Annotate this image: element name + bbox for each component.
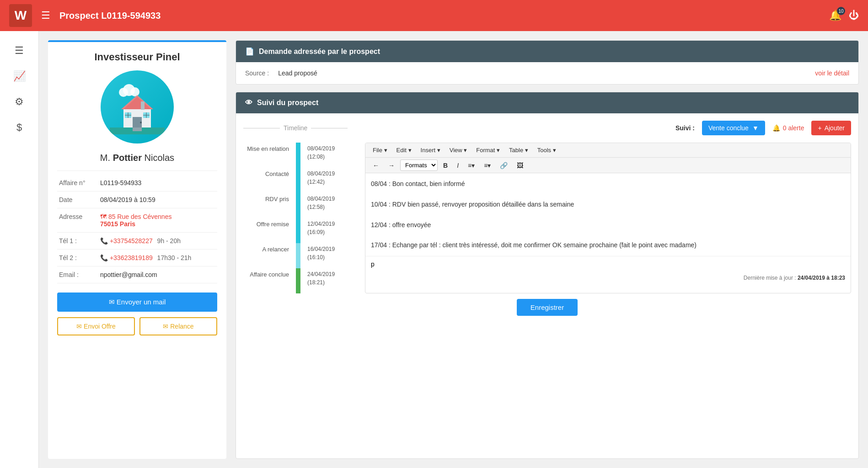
- formats-select[interactable]: Formats: [400, 160, 438, 171]
- email-value: npottier@gmail.com: [98, 266, 217, 283]
- suivi-field-label: Suivi :: [675, 124, 695, 132]
- tl-bar-1: [295, 168, 302, 193]
- sidebar-icon-settings[interactable]: ⚙: [15, 96, 24, 108]
- adresse-label: Adresse: [57, 208, 98, 233]
- tl-row-3: Offre remise 12/04/2019(16:09): [243, 218, 358, 243]
- notification-count: 10: [837, 7, 845, 15]
- tel1-hours: 9h - 20h: [157, 237, 181, 245]
- tl-row-2: RDV pris 08/04/2019(12:58): [243, 193, 358, 218]
- menu-format[interactable]: Format ▾: [472, 145, 504, 155]
- tl-step-1: Contacté: [243, 168, 289, 193]
- bold-button[interactable]: B: [439, 160, 451, 171]
- card-title: Investisseur Pinel: [94, 51, 180, 63]
- menu-insert[interactable]: Insert ▾: [417, 145, 444, 155]
- demande-box: 📄 Demande adressée par le prospect Sourc…: [236, 40, 859, 85]
- timeline-label-group: Timeline: [243, 124, 348, 132]
- tl-step-5: Affaire conclue: [243, 268, 289, 293]
- email-label: Email :: [57, 266, 98, 283]
- suivi-dropdown[interactable]: Vente conclue ▼: [702, 121, 765, 135]
- logo: W: [9, 4, 32, 27]
- sidebar-icon-finance[interactable]: $: [16, 122, 22, 133]
- undo-button[interactable]: ←: [369, 160, 383, 171]
- editor-input[interactable]: [371, 261, 845, 268]
- last-update-label: Dernière mise à jour :: [744, 275, 796, 281]
- info-table: Affaire n° L0119-594933 Date 08/04/2019 …: [57, 175, 217, 283]
- sidebar-icon-list[interactable]: ☰: [15, 45, 24, 57]
- alerte-button[interactable]: 🔔 0 alerte: [772, 124, 804, 132]
- envoi-offre-button[interactable]: ✉ Envoi Offre: [57, 317, 135, 335]
- tl-date-4: 16/04/2019(16:10): [307, 243, 335, 268]
- menu-tools[interactable]: Tools ▾: [534, 145, 560, 155]
- suivi-box: 👁 Suivi du prospect Timeline Suivi :: [236, 92, 859, 459]
- redo-button[interactable]: →: [385, 160, 398, 171]
- source-value: Lead proposé: [278, 69, 806, 77]
- right-panel: 📄 Demande adressée par le prospect Sourc…: [236, 40, 859, 459]
- tl-row-1: Contacté 08/04/2019(12:42): [243, 168, 358, 193]
- house-svg: [110, 80, 165, 134]
- suivi-title: Suivi du prospect: [257, 99, 318, 107]
- tl-bar-3: [295, 218, 302, 243]
- content-area: Investisseur Pinel: [39, 31, 868, 468]
- voir-detail-link[interactable]: voir le détail: [815, 69, 849, 77]
- editor-content[interactable]: 08/04 : Bon contact, bien informé 10/04 …: [365, 173, 851, 256]
- menu-icon[interactable]: ☰: [41, 10, 50, 21]
- person-civility: M.: [100, 153, 113, 163]
- tl-row-4: A relancer 16/04/2019(16:10): [243, 243, 358, 268]
- ordered-list-button[interactable]: ≡▾: [480, 160, 494, 171]
- notifications-bell[interactable]: 🔔 10: [829, 10, 841, 21]
- tl-bar-0: [295, 143, 302, 168]
- source-label: Source :: [245, 69, 269, 77]
- timeline-label-text: Timeline: [284, 124, 307, 132]
- adresse-row: Adresse 🗺 85 Rue des Cévennes 75015 Pari…: [57, 208, 217, 233]
- send-mail-button[interactable]: ✉ Envoyer un mail: [57, 292, 217, 312]
- adresse-link[interactable]: 85 Rue des Cévennes 75015 Paris: [100, 213, 171, 228]
- sidebar-icon-chart[interactable]: 📈: [13, 70, 26, 82]
- italic-button[interactable]: I: [453, 160, 462, 171]
- person-name: M. Pottier Nicolas: [100, 153, 174, 163]
- tel1-label: Tél 1 :: [57, 233, 98, 250]
- date-row: Date 08/04/2019 à 10:59: [57, 191, 217, 208]
- tl-date-3: 12/04/2019(16:09): [307, 218, 335, 243]
- timeline-line-right: [311, 128, 348, 128]
- tl-row-5: Affaire conclue 24/04/2019(18:21): [243, 268, 358, 293]
- unordered-list-button[interactable]: ≡▾: [464, 160, 478, 171]
- affaire-value: L0119-594933: [98, 175, 217, 191]
- tl-step-3: Offre remise: [243, 218, 289, 243]
- relance-button[interactable]: ✉ Relance: [139, 317, 217, 335]
- adresse-value[interactable]: 🗺 85 Rue des Cévennes 75015 Paris: [98, 208, 217, 233]
- tel2-hours: 17h30 - 21h: [157, 254, 192, 261]
- editor-input-row: [365, 256, 851, 272]
- tel1-row: Tél 1 : 📞 +33754528227 9h - 20h: [57, 233, 217, 250]
- suivi-header: 👁 Suivi du prospect: [236, 92, 858, 113]
- svg-point-2: [130, 87, 139, 96]
- menu-edit[interactable]: Edit ▾: [393, 145, 415, 155]
- affaire-row: Affaire n° L0119-594933: [57, 175, 217, 191]
- tl-bar-4: [295, 243, 302, 268]
- tl-date-0: 08/04/2019(12:08): [307, 143, 335, 168]
- editor-column: File ▾ Edit ▾ Insert ▾ View ▾ Format ▾ T…: [365, 143, 851, 293]
- svg-marker-4: [121, 96, 153, 109]
- enregistrer-row: Enregistrer: [243, 299, 851, 316]
- prospect-card: Investisseur Pinel: [48, 40, 226, 459]
- date-label: Date: [57, 191, 98, 208]
- link-button[interactable]: 🔗: [496, 160, 511, 171]
- editor-menubar: File ▾ Edit ▾ Insert ▾ View ▾ Format ▾ T…: [365, 143, 851, 158]
- tel1-value: 📞 +33754528227 9h - 20h: [98, 233, 217, 250]
- timeline-line-left: [243, 128, 280, 128]
- logo-text: W: [15, 8, 27, 23]
- image-button[interactable]: 🖼: [513, 160, 527, 171]
- tel1-phone[interactable]: 📞 +33754528227: [100, 237, 153, 245]
- tel2-phone[interactable]: 📞 +33623819189: [100, 254, 153, 261]
- ajouter-button[interactable]: + Ajouter: [811, 121, 851, 135]
- svg-rect-16: [133, 128, 142, 131]
- email-row: Email : npottier@gmail.com: [57, 266, 217, 283]
- menu-table[interactable]: Table ▾: [505, 145, 532, 155]
- enregistrer-button[interactable]: Enregistrer: [517, 299, 578, 316]
- power-icon[interactable]: ⏻: [849, 10, 859, 21]
- document-icon: 📄: [245, 47, 254, 56]
- menu-view[interactable]: View ▾: [446, 145, 471, 155]
- demande-title: Demande adressée par le prospect: [259, 48, 380, 56]
- tl-step-2: RDV pris: [243, 193, 289, 218]
- tel2-label: Tél 2 :: [57, 250, 98, 266]
- menu-file[interactable]: File ▾: [369, 145, 391, 155]
